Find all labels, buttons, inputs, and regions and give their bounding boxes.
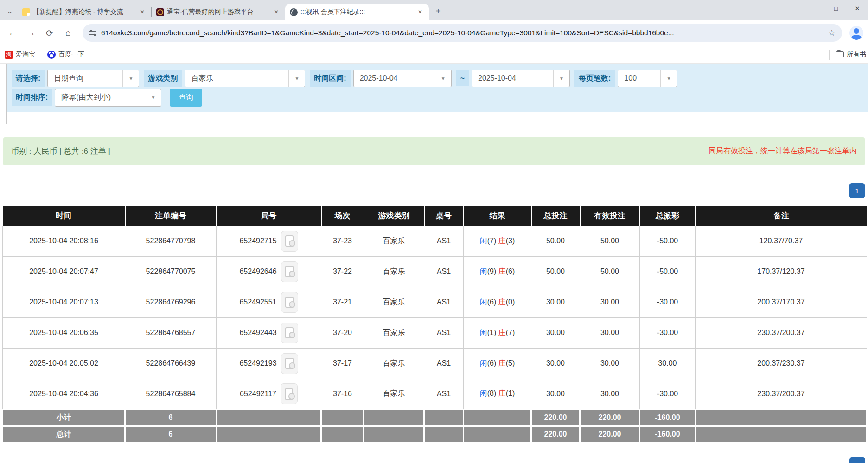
round-id: 652492551 — [239, 298, 276, 306]
video-replay-button[interactable] — [281, 383, 298, 404]
col-payout: 总派彩 — [640, 206, 696, 226]
game-kind-select[interactable]: 百家乐 ▼ — [185, 70, 305, 87]
valid-bet-notice: 同局有效投注，统一计算在该局第一张注单内 — [708, 146, 857, 156]
tab-strip: ⌄ 【新提醒】海燕论坛 - 博学交流 ✕ 通宝-信营最好的网上游戏平台 ✕ ::… — [0, 0, 868, 20]
site-settings-icon[interactable] — [89, 30, 96, 36]
sort-select[interactable]: 降幂(由大到小) ▼ — [55, 89, 161, 107]
url-text[interactable]: 614oxkc3.com/game/betrecord_search/kind3… — [101, 29, 823, 37]
table-row: 2025-10-04 20:07:13 522864769296 6524925… — [3, 287, 867, 317]
bookmark-star-icon[interactable]: ☆ — [828, 28, 836, 38]
cell-valid-bet: 30.00 — [580, 348, 640, 379]
tab-close-icon[interactable]: ✕ — [138, 8, 147, 16]
empty-cell — [464, 426, 531, 443]
cell-bet-id: 522864769296 — [125, 287, 217, 317]
cell-result: 闲(7) 庄(3) — [464, 226, 531, 256]
minimize-button[interactable]: — — [804, 0, 825, 17]
date-end-value: 2025-10-04 — [472, 74, 553, 82]
tab-close-icon[interactable]: ✕ — [272, 8, 281, 16]
currency-summary: 币别 : 人民币 | 总共 :6 注单 | — [11, 146, 110, 157]
tab-haiyan-forum[interactable]: 【新提醒】海燕论坛 - 博学交流 ✕ — [18, 4, 151, 20]
chevron-down-icon[interactable]: ▼ — [288, 70, 305, 87]
cell-result: 闲(8) 庄(1) — [464, 379, 531, 409]
cell-total-bet[interactable]: 30.00 — [531, 348, 580, 379]
reload-icon[interactable]: ⟳ — [42, 25, 57, 41]
empty-cell — [217, 426, 321, 443]
video-replay-button[interactable] — [281, 353, 298, 374]
cell-valid-bet: 50.00 — [580, 226, 640, 256]
col-total-bet: 总投注 — [531, 206, 580, 226]
cell-game: 百家乐 — [364, 287, 424, 317]
cell-bet-id: 522864765884 — [125, 379, 217, 409]
player-score: (6) — [487, 298, 497, 306]
video-replay-button[interactable] — [281, 231, 298, 252]
cell-round-id: 652492715 — [217, 226, 321, 256]
video-replay-button[interactable] — [281, 261, 298, 282]
video-replay-button[interactable] — [281, 323, 298, 343]
tongbao-favicon-icon — [156, 8, 164, 16]
profile-avatar[interactable] — [849, 26, 863, 40]
col-result: 结果 — [464, 206, 531, 226]
cell-total-bet[interactable]: 30.00 — [531, 379, 580, 409]
tab-bet-records-active[interactable]: :::视讯 会员下注纪录::: ✕ — [285, 4, 429, 20]
cell-round-id: 652492443 — [217, 317, 321, 348]
page-size-label: 每页笔数: — [574, 70, 615, 87]
forward-icon[interactable]: → — [23, 25, 39, 41]
all-bookmarks[interactable]: 所有书 — [829, 50, 866, 60]
player-label: 闲 — [480, 359, 487, 367]
query-button[interactable]: 查询 — [170, 89, 202, 107]
cell-time: 2025-10-04 20:04:36 — [3, 379, 125, 409]
banker-score: (7) — [506, 329, 515, 336]
cell-note: 230.37/200.37 — [696, 317, 867, 348]
home-icon[interactable]: ⌂ — [60, 25, 76, 41]
subtotal-total-bet: 220.00 — [531, 409, 580, 426]
page-1-button[interactable]: 1 — [849, 183, 865, 198]
tab-tongbao[interactable]: 通宝-信营最好的网上游戏平台 ✕ — [152, 4, 285, 20]
cell-bet-id: 522864770075 — [125, 256, 217, 287]
cell-payout: -50.00 — [640, 256, 696, 287]
cell-time: 2025-10-04 20:07:13 — [3, 287, 125, 317]
total-row: 总计 6 220.00 220.00 -160.00 — [3, 426, 867, 443]
empty-cell — [424, 426, 464, 443]
tab-close-icon[interactable]: ✕ — [416, 8, 424, 16]
back-icon[interactable]: ← — [5, 25, 20, 41]
chevron-down-icon[interactable]: ▼ — [435, 70, 451, 87]
browser-toolbar: ← → ⟳ ⌂ 614oxkc3.com/game/betrecord_sear… — [0, 20, 868, 45]
page-size-select[interactable]: 100 ▼ — [618, 70, 677, 87]
folder-icon — [836, 51, 844, 57]
new-tab-button[interactable]: + — [432, 5, 445, 18]
chevron-down-icon[interactable]: ▼ — [145, 89, 161, 106]
date-end-select[interactable]: 2025-10-04 ▼ — [472, 70, 570, 87]
bookmark-aitaobao[interactable]: 淘 爱淘宝 — [5, 51, 35, 59]
tilde-separator: ~ — [456, 70, 469, 86]
chevron-down-icon[interactable]: ▼ — [122, 70, 139, 87]
close-window-button[interactable]: ✕ — [847, 0, 868, 17]
cell-total-bet[interactable]: 30.00 — [531, 287, 580, 317]
cell-note: 200.37/230.37 — [696, 348, 867, 379]
chevron-down-icon[interactable]: ▼ — [660, 70, 677, 87]
cell-payout: -50.00 — [640, 226, 696, 256]
cell-round-id: 652492646 — [217, 256, 321, 287]
cell-total-bet[interactable]: 50.00 — [531, 256, 580, 287]
player-label: 闲 — [480, 237, 487, 245]
date-start-select[interactable]: 2025-10-04 ▼ — [353, 70, 452, 87]
page-button-partial[interactable] — [849, 457, 865, 463]
cell-note: 200.37/170.37 — [696, 287, 867, 317]
address-bar[interactable]: 614oxkc3.com/game/betrecord_search/kind3… — [83, 24, 842, 42]
query-type-select[interactable]: 日期查询 ▼ — [47, 70, 139, 87]
maximize-button[interactable]: □ — [825, 0, 847, 17]
empty-cell — [696, 409, 867, 426]
date-start-value: 2025-10-04 — [354, 74, 435, 82]
cell-table-no: AS1 — [424, 379, 464, 409]
bookmark-baidu[interactable]: 百度一下 — [47, 51, 84, 59]
chevron-down-icon[interactable]: ▼ — [553, 70, 569, 87]
filter-section: 请选择: 日期查询 ▼ 游戏类别 百家乐 ▼ 时间区间: 2025-10-04 … — [6, 64, 868, 124]
cell-total-bet[interactable]: 30.00 — [531, 317, 580, 348]
banker-label: 庄 — [498, 267, 506, 275]
tab-search-icon[interactable]: ⌄ — [2, 3, 18, 19]
round-id: 652492443 — [239, 329, 276, 337]
cell-table-no: AS1 — [424, 317, 464, 348]
video-replay-button[interactable] — [281, 292, 298, 313]
globe-favicon-icon — [290, 8, 298, 16]
cell-total-bet[interactable]: 50.00 — [531, 226, 580, 256]
empty-cell — [217, 409, 321, 426]
